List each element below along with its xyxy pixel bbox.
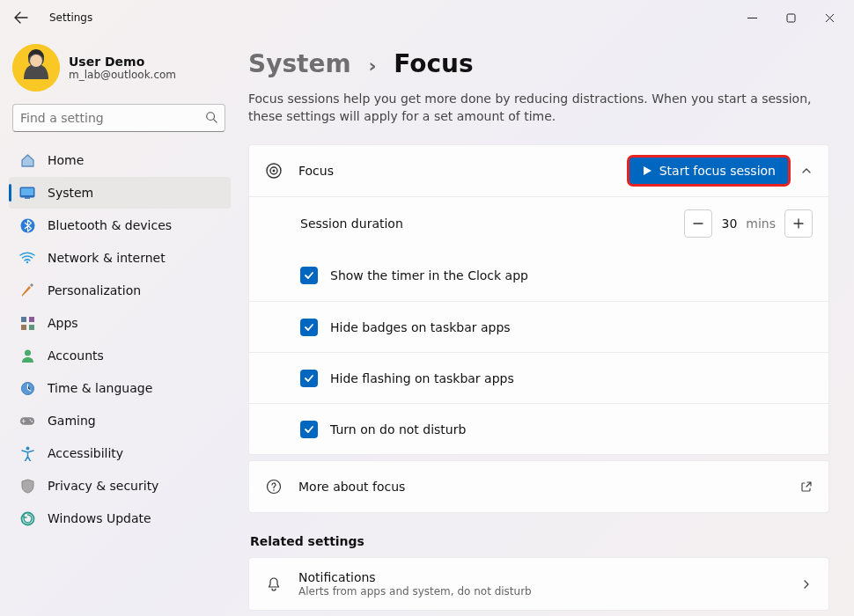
focus-option-checkbox[interactable]	[300, 319, 318, 336]
more-about-focus-card[interactable]: More about focus	[248, 460, 829, 513]
sidebar-item-label: Accessibility	[48, 446, 222, 460]
breadcrumb-parent[interactable]: System	[248, 49, 351, 78]
svg-point-7	[26, 261, 28, 263]
svg-point-21	[273, 170, 276, 172]
window-title: Settings	[49, 11, 92, 24]
start-focus-session-button[interactable]: Start focus session	[629, 158, 788, 184]
sidebar-item-windows-update[interactable]: Windows Update	[9, 502, 231, 534]
breadcrumb: System › Focus	[248, 49, 829, 78]
check-icon	[304, 270, 314, 281]
focus-option-row: Turn on do not disturb	[249, 403, 828, 454]
focus-option-label: Show the timer in the Clock app	[330, 268, 813, 282]
accessibility-icon	[19, 445, 35, 461]
check-icon	[304, 373, 314, 384]
duration-increment-button[interactable]	[784, 209, 813, 238]
sidebar-item-apps[interactable]: Apps	[9, 307, 231, 339]
focus-option-label: Hide badges on taskbar apps	[330, 320, 813, 334]
close-icon	[825, 13, 835, 23]
sidebar-item-privacy-security[interactable]: Privacy & security	[9, 470, 231, 502]
sidebar-item-label: Bluetooth & devices	[48, 218, 222, 232]
related-section-title: Related settings	[250, 534, 829, 548]
play-icon	[642, 165, 652, 176]
sidebar-item-system[interactable]: System	[9, 177, 231, 209]
main-content: System › Focus Focus sessions help you g…	[236, 35, 854, 616]
sidebar-item-gaming[interactable]: Gaming	[9, 405, 231, 436]
duration-value: 30	[721, 216, 737, 231]
svg-rect-0	[787, 14, 795, 22]
plus-icon	[793, 218, 804, 229]
sidebar: User Demo m_lab@outlook.com HomeSystemBl…	[0, 35, 236, 616]
arrow-left-icon	[14, 11, 28, 25]
sidebar-item-label: Accounts	[48, 348, 222, 363]
svg-rect-5	[21, 188, 33, 195]
sidebar-item-label: Home	[48, 153, 222, 167]
minimize-button[interactable]	[733, 4, 771, 31]
notifications-card[interactable]: Notifications Alerts from apps and syste…	[248, 557, 829, 611]
update-icon	[19, 510, 35, 526]
focus-header-row: Focus Start focus session	[249, 145, 828, 196]
profile-name: User Demo	[69, 55, 176, 69]
nav-list: HomeSystemBluetooth & devicesNetwork & i…	[9, 144, 231, 534]
profile-email: m_lab@outlook.com	[69, 69, 176, 81]
notifications-desc: Alerts from apps and system, do not dist…	[298, 585, 788, 598]
svg-point-15	[29, 419, 31, 421]
apps-icon	[19, 315, 35, 331]
focus-label: Focus	[298, 164, 629, 178]
sidebar-item-bluetooth-devices[interactable]: Bluetooth & devices	[9, 209, 231, 241]
search-icon	[205, 110, 217, 127]
question-icon	[265, 478, 283, 495]
back-button[interactable]	[9, 5, 33, 30]
focus-option-checkbox[interactable]	[300, 267, 318, 284]
sidebar-item-home[interactable]: Home	[9, 144, 231, 176]
focus-option-checkbox[interactable]	[300, 421, 318, 438]
maximize-button[interactable]	[771, 4, 810, 31]
check-icon	[304, 424, 314, 435]
sidebar-item-label: Privacy & security	[48, 479, 222, 493]
svg-rect-8	[21, 317, 26, 322]
bell-icon	[265, 576, 283, 593]
svg-rect-9	[29, 317, 34, 322]
privacy-icon	[19, 478, 35, 494]
sidebar-item-accessibility[interactable]: Accessibility	[9, 437, 231, 469]
search-input[interactable]	[20, 111, 205, 125]
focus-option-checkbox[interactable]	[300, 370, 318, 387]
search-input-container[interactable]	[12, 104, 225, 132]
minimize-icon	[747, 13, 757, 23]
bluetooth-icon	[19, 217, 35, 233]
page-description: Focus sessions help you get more done by…	[248, 91, 829, 125]
focus-option-label: Turn on do not disturb	[330, 422, 813, 436]
focus-option-row: Show the timer in the Clock app	[249, 250, 828, 301]
sidebar-item-time-language[interactable]: Time & language	[9, 372, 231, 404]
maximize-icon	[786, 13, 796, 23]
session-duration-label: Session duration	[300, 216, 684, 231]
chevron-up-icon	[801, 165, 812, 176]
sidebar-item-label: Windows Update	[48, 511, 222, 525]
sidebar-item-label: System	[48, 186, 222, 200]
focus-option-label: Hide flashing on taskbar apps	[330, 371, 813, 385]
minus-icon	[693, 218, 703, 229]
sidebar-item-label: Time & language	[48, 381, 222, 395]
sidebar-item-label: Personalization	[48, 283, 222, 297]
svg-point-17	[26, 446, 29, 450]
sidebar-item-personalization[interactable]: Personalization	[9, 275, 231, 306]
paint-icon	[19, 282, 35, 298]
focus-card: Focus Start focus session Session durati…	[248, 144, 829, 455]
sidebar-item-label: Gaming	[48, 414, 222, 428]
account-icon	[19, 348, 35, 363]
sidebar-item-label: Apps	[48, 316, 222, 330]
session-duration-row: Session duration 30 mins	[249, 196, 828, 250]
sidebar-item-network-internet[interactable]: Network & internet	[9, 242, 231, 274]
duration-decrement-button[interactable]	[684, 209, 712, 238]
duration-spinner: 30 mins	[684, 209, 813, 238]
svg-point-23	[273, 489, 275, 491]
profile-block[interactable]: User Demo m_lab@outlook.com	[12, 44, 224, 92]
close-button[interactable]	[810, 4, 849, 31]
page-title: Focus	[394, 49, 473, 78]
sidebar-item-accounts[interactable]: Accounts	[9, 340, 231, 371]
collapse-toggle[interactable]	[800, 165, 813, 177]
duration-unit: mins	[746, 216, 776, 231]
gaming-icon	[19, 413, 35, 429]
home-icon	[19, 152, 35, 168]
chevron-right-icon	[800, 578, 813, 590]
time-icon	[19, 380, 35, 396]
